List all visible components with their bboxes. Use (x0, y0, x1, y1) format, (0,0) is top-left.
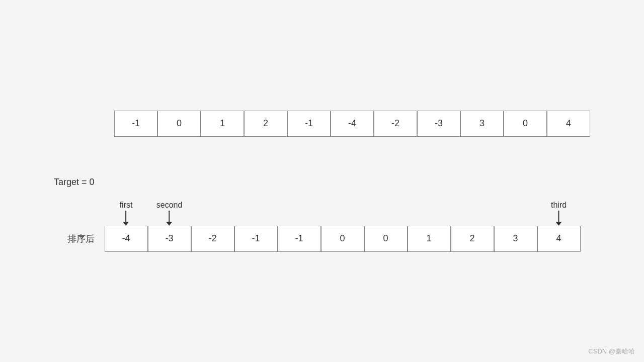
bottom-array-cell: -2 (191, 226, 234, 252)
bottom-array-cell: -4 (105, 226, 148, 252)
pointer-arrow (167, 211, 173, 226)
bottom-array-cell: 4 (537, 226, 581, 252)
arrow-line (169, 211, 170, 222)
bottom-array-cell: 0 (321, 226, 364, 252)
top-array-cell: -1 (114, 111, 157, 137)
bottom-array-cell: -1 (234, 226, 278, 252)
left-labels: Target = 0 排序后 (54, 177, 95, 252)
pointer-label: second (156, 201, 183, 210)
bottom-array-cell: 3 (494, 226, 537, 252)
arrow-line (558, 211, 559, 222)
top-array-cell: -3 (417, 111, 460, 137)
pointer-arrow (123, 211, 129, 226)
arrow-head (123, 222, 129, 226)
arrow-head (167, 222, 173, 226)
target-label: Target = 0 (54, 177, 95, 188)
top-array-cell: 4 (547, 111, 590, 137)
top-array-cell: -4 (331, 111, 374, 137)
top-array-cell: 3 (460, 111, 504, 137)
bottom-array-cell: -1 (278, 226, 321, 252)
pointers-row: first second third (105, 193, 581, 226)
bottom-section: Target = 0 排序后 first second third (54, 177, 581, 252)
top-array-cell: 2 (244, 111, 287, 137)
bottom-array-cell: 2 (451, 226, 494, 252)
bottom-right: first second third -4-3-2-1-1001234 (105, 193, 581, 252)
main-content: -1012-1-4-2-3304 Target = 0 排序后 first se… (0, 0, 644, 362)
pointer-label: first (120, 201, 133, 210)
bottom-array-cell: 0 (364, 226, 408, 252)
watermark: CSDN @秦哈哈 (588, 347, 635, 356)
sorted-label: 排序后 (67, 233, 95, 252)
pointer-label: third (551, 201, 567, 210)
arrow-line (126, 211, 127, 222)
pointer-item: third (551, 201, 567, 226)
top-array-cell: -2 (374, 111, 417, 137)
pointer-item: first (120, 201, 133, 226)
top-array-cell: 0 (504, 111, 547, 137)
bottom-array-cell: 1 (408, 226, 451, 252)
bottom-array-row: -4-3-2-1-1001234 (105, 226, 581, 252)
top-array-row: -1012-1-4-2-3304 (114, 111, 590, 137)
top-array-cell: -1 (287, 111, 331, 137)
top-array-cell: 0 (157, 111, 201, 137)
array-container: -1012-1-4-2-3304 Target = 0 排序后 first se… (54, 111, 590, 252)
pointer-arrow (556, 211, 562, 226)
pointer-item: second (156, 201, 183, 226)
bottom-array-cell: -3 (148, 226, 191, 252)
arrow-head (556, 222, 562, 226)
top-array-cell: 1 (201, 111, 244, 137)
